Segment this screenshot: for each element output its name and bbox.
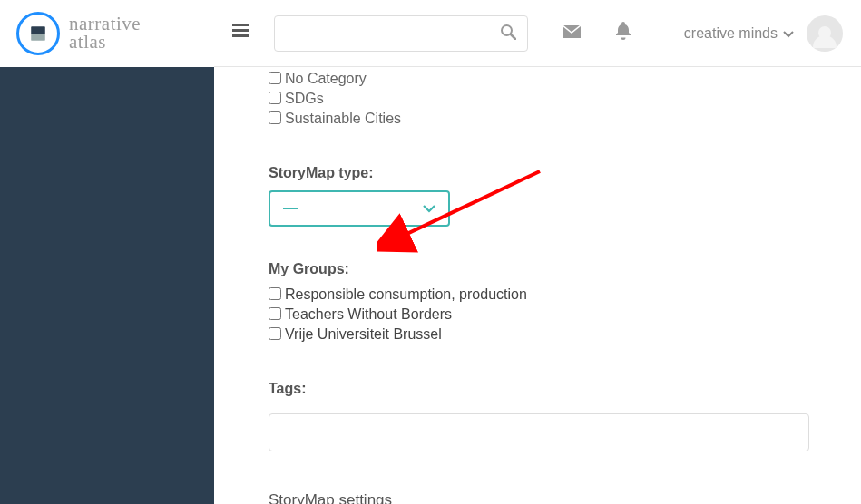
group-option[interactable]: Teachers Without Borders [269, 306, 807, 323]
svg-line-4 [511, 34, 515, 39]
group-option[interactable]: Vrije Universiteit Brussel [269, 326, 807, 343]
topbar: creative minds [214, 0, 861, 67]
group-label: Vrije Universiteit Brussel [285, 326, 442, 343]
brand-line2: atlas [69, 34, 141, 52]
svg-rect-1 [232, 29, 249, 32]
svg-rect-0 [232, 24, 249, 26]
category-label: Sustainable Cities [285, 111, 401, 127]
tags-input[interactable] [269, 413, 809, 451]
tags-label: Tags: [269, 381, 807, 397]
category-option[interactable]: No Category [269, 71, 807, 87]
search-icon[interactable] [500, 24, 516, 44]
checkbox[interactable] [269, 72, 281, 84]
avatar[interactable] [807, 15, 843, 52]
menu-toggle-icon[interactable] [232, 24, 249, 43]
compass-icon [16, 12, 60, 55]
svg-rect-2 [232, 34, 249, 37]
my-groups-label: My Groups: [269, 261, 807, 277]
group-option[interactable]: Responsible consumption, production [269, 286, 807, 303]
search-input[interactable] [286, 25, 491, 41]
category-option[interactable]: SDGs [269, 91, 807, 107]
checkbox[interactable] [269, 92, 281, 104]
group-label: Responsible consumption, production [285, 286, 527, 303]
checkbox[interactable] [269, 327, 281, 340]
checkbox[interactable] [269, 111, 281, 124]
messages-icon[interactable] [563, 24, 581, 43]
chevron-down-icon [423, 200, 435, 217]
notifications-icon[interactable] [615, 22, 631, 44]
category-label: SDGs [285, 91, 324, 107]
checkbox[interactable] [269, 287, 281, 300]
sidebar [0, 0, 214, 504]
chevron-down-icon [783, 25, 794, 42]
user-menu[interactable]: creative minds [684, 15, 843, 52]
form-content: No Category SDGs Sustainable Cities Stor… [214, 67, 861, 504]
group-label: Teachers Without Borders [285, 306, 452, 323]
storymap-type-dropdown[interactable]: — [269, 190, 450, 227]
brand-text: narrative atlas [69, 15, 141, 52]
storymap-settings-heading: StoryMap settings [269, 491, 807, 504]
brand-logo[interactable]: narrative atlas [0, 0, 214, 67]
category-option[interactable]: Sustainable Cities [269, 111, 807, 127]
groups-block: Responsible consumption, production Teac… [269, 286, 807, 343]
category-label: No Category [285, 71, 367, 87]
dropdown-selected: — [283, 200, 298, 217]
user-name: creative minds [684, 25, 778, 42]
checkbox[interactable] [269, 307, 281, 320]
search-box[interactable] [274, 15, 528, 52]
storymap-type-label: StoryMap type: [269, 165, 807, 181]
